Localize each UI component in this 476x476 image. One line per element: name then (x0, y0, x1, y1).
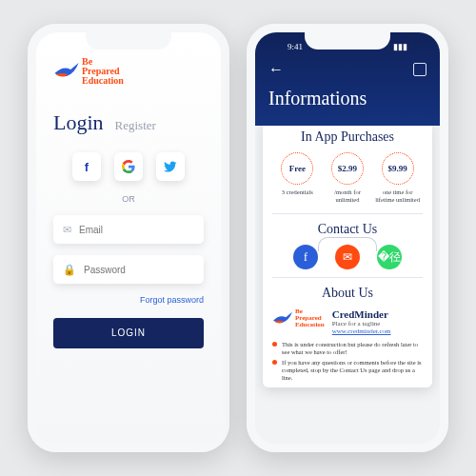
about-url[interactable]: www.credminder.com (332, 327, 391, 335)
email-icon: ✉ (63, 224, 71, 236)
tab-register[interactable]: Register (115, 118, 156, 133)
password-field[interactable]: 🔒 (53, 255, 204, 284)
contact-sms-button[interactable]: �径 (377, 245, 402, 269)
login-button[interactable]: LOGIN (53, 318, 204, 348)
section-purchases: In App Purchases (272, 129, 423, 145)
info-screen: 9:41 ▮▮▮ ← Informations In App Purchases… (255, 32, 440, 444)
or-divider: OR (53, 194, 204, 204)
about-row: BePreparedEducation CredMinder Place for… (272, 308, 423, 335)
google-login-button[interactable] (114, 152, 143, 181)
section-contact: Contact Us (272, 222, 423, 237)
contact-row: f ✉ �径 (272, 245, 423, 269)
social-login-row: f (53, 152, 204, 181)
status-time: 9:41 (288, 42, 303, 55)
brand-text: BePreparedEducation (82, 57, 124, 86)
plan-monthly[interactable]: $2.99/month for unlimited (323, 152, 372, 204)
section-about: About Us (272, 286, 423, 301)
email-input[interactable] (79, 225, 200, 235)
plan-row: Free3 credentials $2.99/month for unlimi… (272, 152, 423, 204)
bird-icon (272, 310, 293, 327)
exit-icon[interactable] (413, 63, 426, 76)
forgot-password-link[interactable]: Forgot password (53, 295, 204, 305)
about-text: CredMinder Place for a tagline www.credm… (332, 308, 391, 335)
plan-lifetime[interactable]: $9.99one time for lifetime unlimited (373, 152, 423, 204)
phone-login: BePreparedEducation Login Register f OR … (28, 24, 229, 452)
bullet-item: This is under construction but please do… (272, 341, 423, 356)
app-logo: BePreparedEducation (53, 57, 204, 86)
back-button[interactable]: ← (268, 61, 284, 78)
facebook-login-button[interactable]: f (72, 152, 101, 181)
contact-facebook-button[interactable]: f (293, 245, 318, 269)
twitter-login-button[interactable] (156, 152, 185, 181)
plan-free[interactable]: Free3 credentials (272, 152, 322, 204)
google-icon (122, 160, 135, 173)
about-logo: BePreparedEducation (272, 308, 325, 328)
brand-text: BePreparedEducation (295, 308, 325, 328)
notch (86, 32, 171, 50)
info-card: In App Purchases Free3 credentials $2.99… (263, 120, 432, 387)
email-field[interactable]: ✉ (53, 215, 204, 244)
twitter-icon (164, 160, 177, 173)
bullet-icon (272, 342, 277, 347)
divider (272, 277, 423, 278)
tab-login[interactable]: Login (53, 110, 104, 135)
divider (272, 213, 423, 214)
notch (305, 32, 390, 50)
password-input[interactable] (84, 265, 205, 275)
about-name: CredMinder (332, 308, 391, 320)
lock-icon: 🔒 (63, 264, 76, 276)
login-screen: BePreparedEducation Login Register f OR … (36, 32, 221, 444)
bird-icon (53, 61, 80, 82)
auth-tabs: Login Register (53, 110, 204, 135)
status-icons: ▮▮▮ (393, 42, 407, 55)
page-title: Informations (268, 88, 426, 109)
contact-email-button[interactable]: ✉ (335, 245, 360, 269)
bullet-item: If you have any questions or comments be… (272, 359, 423, 382)
about-tagline: Place for a tagline (332, 320, 391, 327)
phone-info: 9:41 ▮▮▮ ← Informations In App Purchases… (247, 24, 448, 452)
bullet-icon (272, 360, 277, 365)
